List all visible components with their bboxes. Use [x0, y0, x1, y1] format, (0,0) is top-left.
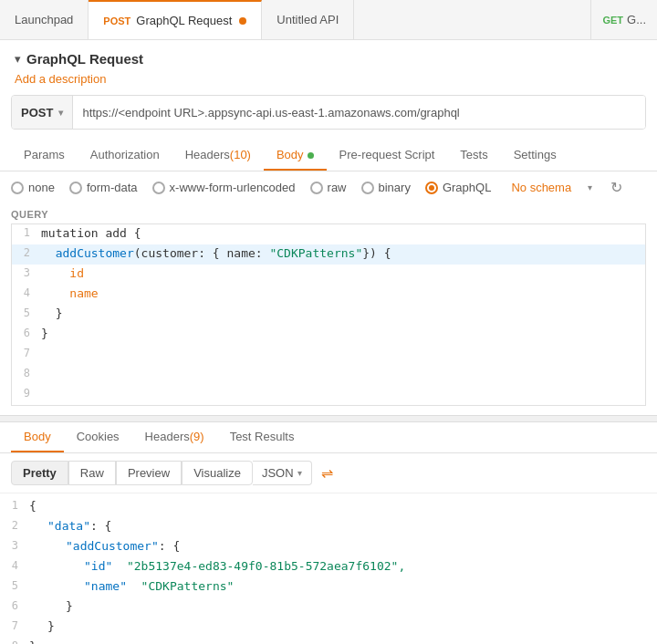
line-content: name — [41, 285, 645, 300]
line-number: 4 — [12, 285, 41, 299]
code-line: 9 — [12, 385, 645, 405]
tab-get-area[interactable]: GET G... — [590, 0, 657, 39]
headers-badge: (10) — [230, 148, 251, 161]
url-input[interactable] — [73, 96, 645, 129]
code-line: 5 } — [12, 305, 645, 325]
format-bar: Pretty Raw Preview Visualize JSON ▾ ⇌ — [0, 453, 657, 493]
code-line: 1mutation add { — [12, 224, 645, 244]
line-number: 7 — [12, 345, 41, 359]
response-code: 1{2"data": {3"addCustomer": {4"id" "2b51… — [0, 493, 657, 644]
json-dropdown[interactable]: JSON ▾ — [253, 461, 312, 485]
code-line: 2 addCustomer(customer: { name: "CDKPatt… — [12, 244, 645, 265]
url-bar: POST ▾ — [11, 95, 646, 130]
body-options: none form-data x-www-form-urlencoded raw… — [0, 171, 657, 203]
radio-none — [11, 182, 24, 194]
line-number: 3 — [12, 265, 41, 279]
request-tab-dot — [239, 17, 246, 25]
response-line: 2"data": { — [0, 517, 657, 537]
response-line: 4"id" "2b5137e4-ed83-49f0-81b5-572aea7f6… — [0, 557, 657, 577]
option-form-data[interactable]: form-data — [69, 181, 138, 194]
tab-authorization[interactable]: Authorization — [78, 140, 172, 171]
json-dropdown-icon: ▾ — [297, 468, 302, 478]
chevron-down-icon: ▾ — [15, 52, 21, 66]
tab-headers[interactable]: Headers(10) — [172, 140, 264, 171]
tab-launchpad-label: Launchpad — [15, 13, 73, 26]
method-chevron-icon: ▾ — [58, 108, 63, 118]
tab-params[interactable]: Params — [11, 140, 78, 171]
tab-settings[interactable]: Settings — [501, 140, 569, 171]
line-number: 6 — [12, 325, 41, 339]
no-schema-label: No schema — [511, 181, 571, 194]
line-content: id — [41, 265, 645, 280]
body-dot — [308, 152, 314, 159]
line-content: mutation add { — [41, 224, 645, 240]
response-tab-headers[interactable]: Headers(9) — [132, 422, 217, 452]
json-format-label: JSON — [262, 466, 294, 480]
tab-request-label: GraphQL Request — [136, 14, 232, 27]
line-content: addCustomer(customer: { name: "CDKPatter… — [41, 244, 645, 260]
request-method-label: POST — [103, 16, 130, 26]
line-content — [41, 365, 645, 367]
tab-untitled[interactable]: Untitled API — [262, 0, 354, 39]
response-tab-cookies[interactable]: Cookies — [64, 422, 132, 452]
fmt-visualize[interactable]: Visualize — [182, 461, 253, 485]
radio-raw — [310, 182, 323, 194]
line-content — [41, 385, 645, 387]
get-method-label: GET — [602, 15, 623, 26]
line-content: } — [41, 305, 645, 320]
radio-binary — [361, 182, 374, 194]
query-label: QUERY — [0, 203, 657, 223]
method-select[interactable]: POST ▾ — [12, 96, 73, 129]
code-editor[interactable]: 1mutation add {2 addCustomer(customer: {… — [11, 223, 646, 406]
response-line: 7} — [0, 618, 657, 638]
code-line: 8 — [12, 365, 645, 385]
tab-untitled-label: Untitled API — [276, 13, 339, 26]
code-line: 3 id — [12, 265, 645, 285]
line-number: 1 — [12, 224, 41, 239]
radio-x-www — [152, 182, 165, 194]
code-line: 7 — [12, 345, 645, 365]
response-line: 5"name" "CDKPatterns" — [0, 577, 657, 597]
line-content — [41, 345, 645, 347]
resp-headers-badge: (9) — [190, 430, 204, 443]
fmt-preview[interactable]: Preview — [116, 461, 182, 485]
option-graphql[interactable]: GraphQL — [425, 181, 491, 194]
tab-request[interactable]: POST GraphQL Request — [89, 0, 262, 39]
option-none[interactable]: none — [11, 181, 55, 194]
option-x-www[interactable]: x-www-form-urlencoded — [152, 181, 296, 194]
tab-pre-request[interactable]: Pre-request Script — [327, 140, 448, 171]
fmt-raw[interactable]: Raw — [68, 461, 116, 485]
response-line: 8} — [0, 638, 657, 644]
response-line: 3"addCustomer": { — [0, 537, 657, 557]
response-tab-body[interactable]: Body — [11, 422, 64, 452]
option-binary[interactable]: binary — [361, 181, 411, 194]
description-row: Add a description — [0, 67, 657, 95]
response-line: 6} — [0, 597, 657, 618]
get-suffix: G... — [627, 13, 646, 26]
line-number: 8 — [12, 365, 41, 379]
sub-tabs: Params Authorization Headers(10) Body Pr… — [0, 140, 657, 171]
line-content: } — [41, 325, 645, 340]
fmt-pretty[interactable]: Pretty — [11, 461, 68, 485]
line-number: 2 — [12, 244, 41, 259]
option-raw[interactable]: raw — [310, 181, 347, 194]
response-line: 1{ — [0, 497, 657, 517]
wrap-icon[interactable]: ⇌ — [321, 464, 333, 482]
response-tab-test-results[interactable]: Test Results — [217, 422, 308, 452]
method-label: POST — [21, 106, 53, 119]
code-line: 4 name — [12, 285, 645, 305]
add-description-link[interactable]: Add a description — [15, 72, 106, 86]
request-header: ▾ GraphQL Request — [0, 40, 657, 67]
refresh-icon[interactable]: ↻ — [610, 179, 622, 196]
tab-tests[interactable]: Tests — [447, 140, 500, 171]
code-line: 6} — [12, 325, 645, 345]
section-divider — [0, 415, 657, 422]
radio-form-data — [69, 182, 82, 194]
schema-dropdown-icon[interactable]: ▾ — [588, 182, 592, 192]
request-title: GraphQL Request — [26, 51, 143, 67]
line-number: 5 — [12, 305, 41, 319]
radio-graphql — [425, 182, 438, 194]
line-number: 9 — [12, 385, 41, 400]
tab-body[interactable]: Body — [264, 140, 327, 171]
tab-launchpad[interactable]: Launchpad — [0, 0, 89, 39]
